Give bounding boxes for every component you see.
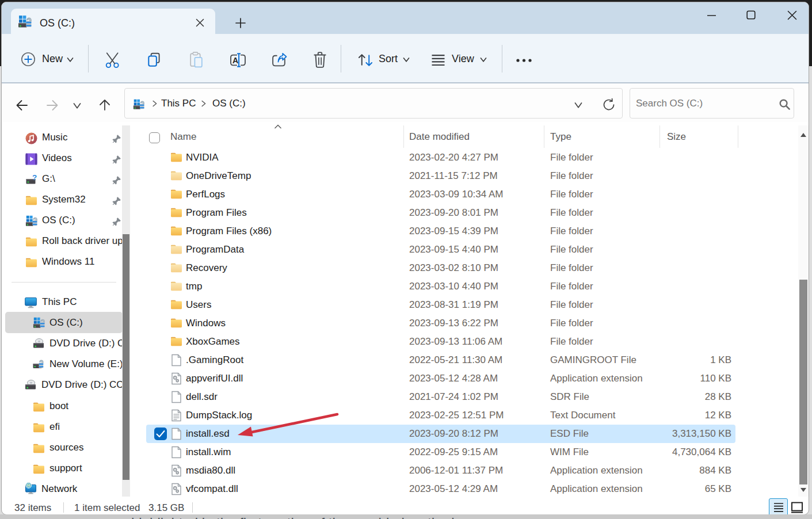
svg-text:A: A xyxy=(232,56,238,65)
svg-text:?: ? xyxy=(32,174,37,182)
